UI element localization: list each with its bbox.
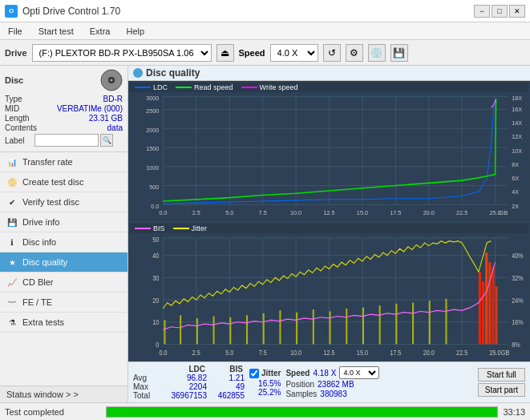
sidebar-item-transfer-rate[interactable]: 📊 Transfer rate [0,152,127,172]
svg-text:2.5: 2.5 [192,349,201,357]
svg-text:4X: 4X [512,188,519,196]
media-button[interactable]: 💿 [368,44,386,62]
svg-text:7.5: 7.5 [259,349,268,357]
svg-text:24%: 24% [512,297,524,305]
speed-label: Speed [239,48,265,58]
svg-text:GB: GB [501,349,509,357]
samples-row: Samples 380983 [285,390,379,398]
svg-text:12X: 12X [512,133,522,140]
sidebar-item-create-test-disc[interactable]: 📀 Create test disc [0,172,127,192]
svg-rect-94 [196,317,198,344]
menu-extra[interactable]: Extra [85,25,115,38]
sidebar-item-verify-test-disc[interactable]: ✔ Verify test disc [0,192,127,212]
svg-rect-106 [395,303,397,344]
status-time: 33:13 [503,407,525,417]
refresh-button[interactable]: ↺ [323,44,341,62]
sidebar-item-cd-bler[interactable]: 📈 CD Bler [0,273,127,293]
close-button[interactable]: ✕ [509,5,525,18]
menu-start-test[interactable]: Start test [34,25,79,38]
start-full-button[interactable]: Start full [478,368,525,382]
svg-text:0: 0 [156,341,160,349]
verify-test-disc-icon: ✔ [6,196,18,208]
jitter-checkbox[interactable] [249,369,259,378]
sidebar-item-disc-quality[interactable]: ★ Disc quality [0,252,127,273]
drive-select[interactable]: (F:) PLEXTOR BD-R PX-LB950SA 1.06 [32,44,212,62]
settings-button[interactable]: ⚙ [346,44,363,62]
svg-rect-114 [492,267,494,344]
ldc-header: LDC [161,365,205,374]
status-window-label: Status window > > [6,390,79,399]
avg-row: Avg 96.82 1.21 [133,374,245,382]
svg-text:1000: 1000 [146,164,159,172]
bis-header: BIS [207,365,243,374]
sidebar: Disc Type BD-R MID VERBATIMe (000) Lengt… [0,66,128,402]
svg-rect-115 [496,286,498,344]
svg-rect-98 [263,313,265,344]
svg-rect-92 [164,320,165,344]
max-row: Max 2204 49 [133,382,245,391]
sidebar-item-label: Drive info [22,217,59,227]
chart-header-icon [133,68,143,78]
menu-file[interactable]: File [3,25,27,38]
sidebar-item-label: Extra tests [22,317,64,327]
eject-button[interactable]: ⏏ [216,44,234,62]
svg-text:22.5: 22.5 [456,349,468,357]
statusbar: Test completed 33:13 [0,402,530,420]
svg-rect-111 [482,281,484,344]
minimize-button[interactable]: − [474,5,490,18]
menu-help[interactable]: Help [121,25,149,38]
start-buttons-group: Start full Start part [478,368,525,397]
jitter-avg-val: 16.5% [249,379,281,388]
svg-text:16X: 16X [512,106,522,113]
svg-text:6X: 6X [512,175,519,182]
svg-rect-102 [330,311,331,344]
svg-text:0.0: 0.0 [159,209,167,216]
disc-label-input[interactable] [34,134,99,147]
save-button[interactable]: 💾 [390,44,408,62]
svg-text:20.0: 20.0 [423,349,435,357]
svg-text:17.5: 17.5 [390,209,401,216]
bis-max: 49 [208,382,245,391]
legend-lower: BIS Jitter [130,224,528,233]
jitter-header-row: Jitter [249,369,281,378]
svg-text:2.5: 2.5 [192,209,200,216]
status-window-button[interactable]: Status window > > [0,386,127,402]
sidebar-item-drive-info[interactable]: 💾 Drive info [0,212,127,232]
svg-text:30: 30 [152,274,160,282]
svg-text:12.5: 12.5 [323,349,335,357]
maximize-button[interactable]: □ [492,5,508,18]
svg-text:40: 40 [152,252,160,260]
drive-info-icon: 💾 [6,216,18,228]
disc-label-btn[interactable]: 🔍 [100,134,113,147]
status-text: Test completed [5,407,101,417]
main-area: Disc Type BD-R MID VERBATIMe (000) Lengt… [0,66,530,402]
svg-text:8X: 8X [512,161,519,168]
speed-select[interactable]: 4.0 X [270,44,318,62]
speed-target-select[interactable]: 4.0 X [339,366,379,379]
sidebar-item-disc-info[interactable]: ℹ Disc info [0,232,127,252]
svg-text:15.0: 15.0 [357,349,369,357]
svg-rect-101 [313,309,314,344]
position-label: Position [285,380,314,389]
drive-toolbar: Drive (F:) PLEXTOR BD-R PX-LB950SA 1.06 … [0,40,530,66]
sidebar-item-fe-te[interactable]: 〰 FE / TE [0,293,127,313]
svg-text:7.5: 7.5 [259,209,267,216]
svg-text:2000: 2000 [146,127,159,134]
svg-text:40%: 40% [512,252,524,260]
sidebar-item-extra-tests[interactable]: ⚗ Extra tests [0,313,127,333]
svg-text:15.0: 15.0 [357,209,368,216]
svg-text:22.5: 22.5 [456,209,467,216]
ldc-total: 36967153 [163,391,207,400]
svg-rect-96 [229,317,231,344]
svg-rect-110 [479,272,481,344]
lower-chart-area: BIS Jitter [128,221,530,362]
start-part-button[interactable]: Start part [478,383,525,397]
disc-info-icon: ℹ [6,236,18,248]
chart-header: Disc quality [128,66,530,81]
svg-text:10.0: 10.0 [290,349,302,357]
svg-text:1500: 1500 [146,145,159,152]
speed-pos-stats: Speed 4.18 X 4.0 X Position 23862 MB Sam… [285,366,379,398]
svg-text:8%: 8% [512,341,520,349]
stats-area: LDC BIS Avg 96.82 1.21 Max 2204 49 [128,361,530,402]
ldc-legend: LDC [135,83,168,91]
